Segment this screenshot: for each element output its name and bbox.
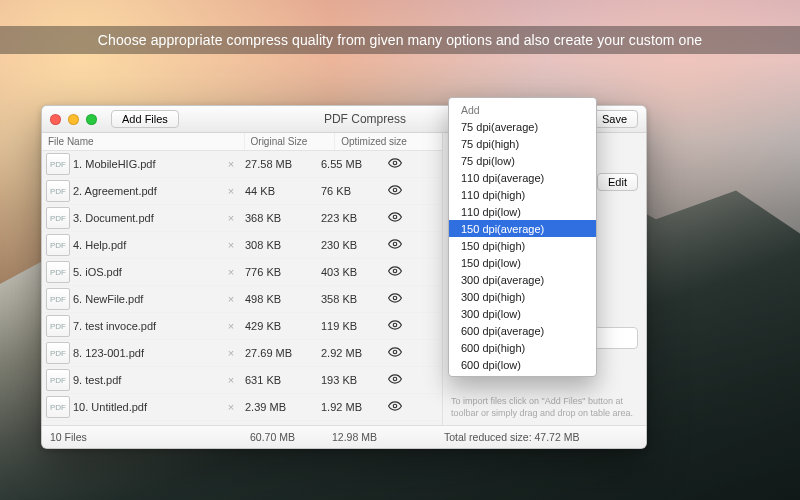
optimized-size: 223 KB (315, 212, 383, 224)
optimized-size: 358 KB (315, 293, 383, 305)
svg-point-2 (393, 215, 397, 219)
dropdown-item[interactable]: 150 dpi(low) (449, 254, 596, 271)
remove-file-icon[interactable]: × (223, 320, 239, 332)
minimize-window-button[interactable] (68, 114, 79, 125)
table-row[interactable]: PDF7. test invoce.pdf×429 KB119 KB (42, 313, 442, 340)
optimized-size: 119 KB (315, 320, 383, 332)
table-body: PDF1. MobileHIG.pdf×27.58 MB6.55 MBPDF2.… (42, 151, 442, 427)
pdf-thumb-icon: PDF (46, 369, 70, 391)
remove-file-icon[interactable]: × (223, 212, 239, 224)
svg-point-8 (393, 377, 397, 381)
table-row[interactable]: PDF4. Help.pdf×308 KB230 KB (42, 232, 442, 259)
remove-file-icon[interactable]: × (223, 185, 239, 197)
table-row[interactable]: PDF10. Untitled.pdf×2.39 MB1.92 MB (42, 394, 442, 421)
pdf-thumb-icon: PDF (46, 234, 70, 256)
preview-icon[interactable] (383, 318, 407, 334)
optimized-size: 6.55 MB (315, 158, 383, 170)
col-header-original[interactable]: Original Size (245, 133, 336, 150)
status-reduced: Total reduced size: 47.72 MB (432, 431, 646, 443)
preview-icon[interactable] (383, 183, 407, 199)
quality-dropdown[interactable]: Add 75 dpi(average)75 dpi(high)75 dpi(lo… (448, 97, 597, 377)
remove-file-icon[interactable]: × (223, 239, 239, 251)
file-name: 10. Untitled.pdf (73, 401, 223, 413)
pdf-thumb-icon: PDF (46, 396, 70, 418)
dropdown-item[interactable]: 110 dpi(high) (449, 186, 596, 203)
table-row[interactable]: PDF2. Agreement.pdf×44 KB76 KB (42, 178, 442, 205)
table-row[interactable]: PDF3. Document.pdf×368 KB223 KB (42, 205, 442, 232)
preview-icon[interactable] (383, 399, 407, 415)
dropdown-item[interactable]: 600 dpi(average) (449, 322, 596, 339)
optimized-size: 76 KB (315, 185, 383, 197)
remove-file-icon[interactable]: × (223, 266, 239, 278)
dropdown-item[interactable]: 300 dpi(low) (449, 305, 596, 322)
svg-point-9 (393, 404, 397, 408)
table-row[interactable]: PDF1. MobileHIG.pdf×27.58 MB6.55 MB (42, 151, 442, 178)
remove-file-icon[interactable]: × (223, 158, 239, 170)
optimized-size: 1.92 MB (315, 401, 383, 413)
file-name: 3. Document.pdf (73, 212, 223, 224)
dropdown-item[interactable]: 600 dpi(high) (449, 339, 596, 356)
optimized-size: 193 KB (315, 374, 383, 386)
original-size: 631 KB (239, 374, 315, 386)
original-size: 368 KB (239, 212, 315, 224)
table-row[interactable]: PDF5. iOS.pdf×776 KB403 KB (42, 259, 442, 286)
status-optimized-total: 12.98 MB (332, 431, 432, 443)
preview-icon[interactable] (383, 210, 407, 226)
remove-file-icon[interactable]: × (223, 347, 239, 359)
preview-icon[interactable] (383, 291, 407, 307)
optimized-size: 2.92 MB (315, 347, 383, 359)
window-controls (50, 114, 97, 125)
original-size: 44 KB (239, 185, 315, 197)
file-name: 6. NewFile.pdf (73, 293, 223, 305)
pdf-thumb-icon: PDF (46, 261, 70, 283)
table-row[interactable]: PDF6. NewFile.pdf×498 KB358 KB (42, 286, 442, 313)
col-header-optimized[interactable]: Optimized size (335, 133, 442, 150)
zoom-window-button[interactable] (86, 114, 97, 125)
original-size: 2.39 MB (239, 401, 315, 413)
svg-point-0 (393, 161, 397, 165)
preview-icon[interactable] (383, 237, 407, 253)
preview-icon[interactable] (383, 264, 407, 280)
dropdown-item[interactable]: 300 dpi(average) (449, 271, 596, 288)
svg-point-7 (393, 350, 397, 354)
marketing-caption-text: Choose appropriate compress quality from… (98, 32, 702, 48)
pdf-thumb-icon: PDF (46, 315, 70, 337)
file-name: 2. Agreement.pdf (73, 185, 223, 197)
dropdown-item[interactable]: 150 dpi(high) (449, 237, 596, 254)
preview-icon[interactable] (383, 156, 407, 172)
pdf-thumb-icon: PDF (46, 153, 70, 175)
dropdown-item[interactable]: 110 dpi(low) (449, 203, 596, 220)
optimized-size: 230 KB (315, 239, 383, 251)
svg-point-5 (393, 296, 397, 300)
svg-point-4 (393, 269, 397, 273)
remove-file-icon[interactable]: × (223, 374, 239, 386)
preview-icon[interactable] (383, 372, 407, 388)
dropdown-item[interactable]: 600 dpi(low) (449, 356, 596, 373)
pdf-thumb-icon: PDF (46, 180, 70, 202)
preview-icon[interactable] (383, 345, 407, 361)
quality-edit-button[interactable]: Edit (597, 173, 638, 191)
remove-file-icon[interactable]: × (223, 293, 239, 305)
original-size: 429 KB (239, 320, 315, 332)
dropdown-item[interactable]: 75 dpi(low) (449, 152, 596, 169)
table-row[interactable]: PDF9. test.pdf×631 KB193 KB (42, 367, 442, 394)
dropdown-header: Add (449, 101, 596, 118)
file-name: 9. test.pdf (73, 374, 223, 386)
remove-file-icon[interactable]: × (223, 401, 239, 413)
status-bar: 10 Files 60.70 MB 12.98 MB Total reduced… (42, 425, 646, 448)
col-header-filename[interactable]: File Name (42, 133, 245, 150)
save-button[interactable]: Save (591, 110, 638, 128)
optimized-size: 403 KB (315, 266, 383, 278)
dropdown-item[interactable]: 300 dpi(high) (449, 288, 596, 305)
dropdown-item[interactable]: 75 dpi(high) (449, 135, 596, 152)
svg-point-1 (393, 188, 397, 192)
dropdown-item[interactable]: 150 dpi(average) (449, 220, 596, 237)
close-window-button[interactable] (50, 114, 61, 125)
table-row[interactable]: PDF8. 123-001.pdf×27.69 MB2.92 MB (42, 340, 442, 367)
file-name: 1. MobileHIG.pdf (73, 158, 223, 170)
dropdown-item[interactable]: 75 dpi(average) (449, 118, 596, 135)
file-table: File Name Original Size Optimized size P… (42, 133, 443, 427)
original-size: 27.69 MB (239, 347, 315, 359)
status-file-count: 10 Files (42, 431, 250, 443)
dropdown-item[interactable]: 110 dpi(average) (449, 169, 596, 186)
